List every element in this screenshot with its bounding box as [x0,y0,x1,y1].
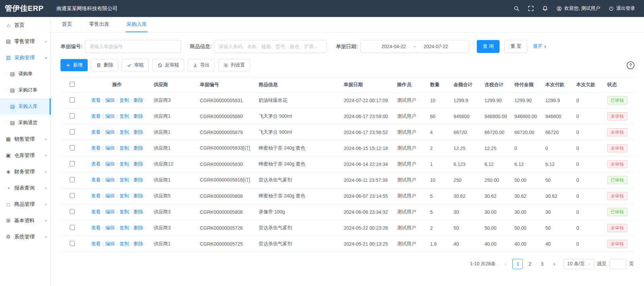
bell-icon[interactable] [542,5,548,12]
row-action-删除[interactable]: 删除 [134,161,143,167]
row-action-查看[interactable]: 查看 [91,193,101,198]
row-action-查看[interactable]: 查看 [91,225,101,230]
sidebar-item-商品管理[interactable]: □商品管理∨ [0,196,51,212]
row-action-编辑[interactable]: 编辑 [105,177,115,183]
row-checkbox[interactable] [70,161,75,166]
expand-link[interactable]: 展开 ∨ [533,43,546,50]
row-action-复制[interactable]: 复制 [119,209,129,214]
row-action-删除[interactable]: 删除 [134,177,143,183]
date-range-picker[interactable]: 2024-04-22 ~ 2024-07-22 [361,40,469,53]
row-action-删除[interactable]: 删除 [134,97,143,103]
logout-button[interactable]: 退出登录 [608,5,635,12]
help-icon[interactable]: ? [627,61,634,69]
export-button[interactable]: 导出 [188,59,215,71]
date-end-value[interactable]: 2024-07-22 [424,44,448,49]
row-checkbox[interactable] [70,97,75,102]
row-action-删除[interactable]: 删除 [134,225,143,230]
row-checkbox[interactable] [70,193,75,198]
sidebar-item-销售管理[interactable]: ▦销售管理∨ [0,131,51,147]
row-action-删除[interactable]: 删除 [134,241,143,246]
row-action-编辑[interactable]: 编辑 [105,209,115,214]
cell-tax_amount: 40.00 [481,236,511,252]
row-action-删除[interactable]: 删除 [134,113,143,119]
row-action-删除[interactable]: 删除 [134,193,143,198]
page-button-3[interactable]: 3 [537,259,547,269]
tab-采购入库[interactable]: 采购入库 [126,17,147,32]
row-action-复制[interactable]: 复制 [119,113,129,119]
row-action-编辑[interactable]: 编辑 [105,97,115,103]
sidebar-item-零售管理[interactable]: ▤零售管理∨ [0,33,51,50]
row-action-复制[interactable]: 复制 [119,193,129,198]
row-action-编辑[interactable]: 编辑 [105,145,115,151]
goods-input[interactable] [214,40,327,53]
row-checkbox[interactable] [70,129,75,134]
sidebar-item-系统管理[interactable]: ⚙系统管理∨ [0,229,51,245]
column-header-数量: 数量 [427,77,450,93]
audit-button[interactable]: 审核 [122,59,149,71]
page-button-2[interactable]: 2 [525,259,535,269]
row-action-编辑[interactable]: 编辑 [105,241,115,246]
select-all-checkbox[interactable] [70,82,75,87]
row-checkbox[interactable] [70,225,75,230]
sidebar-subitem-采购订单[interactable]: ▤采购订单 [0,82,51,98]
row-checkbox[interactable] [70,177,75,182]
row-checkbox[interactable] [70,113,75,118]
row-checkbox[interactable] [70,241,75,246]
date-start-value[interactable]: 2024-04-22 [382,44,406,49]
row-action-编辑[interactable]: 编辑 [105,193,115,198]
row-action-复制[interactable]: 复制 [119,177,129,183]
delete-button[interactable]: 删除 [91,59,118,71]
bill-no-input[interactable] [85,40,181,53]
row-action-复制[interactable]: 复制 [119,241,129,246]
row-action-查看[interactable]: 查看 [91,145,101,151]
column-settings-button[interactable]: 列设置 [218,59,250,71]
row-action-编辑[interactable]: 编辑 [105,129,115,135]
row-checkbox[interactable] [70,209,75,214]
row-action-复制[interactable]: 复制 [119,225,129,230]
sidebar-item-采购管理[interactable]: ▥采购管理∧ [0,50,51,66]
action-separator: | [117,161,118,167]
sidebar-item-报表查询[interactable]: ◔报表查询∨ [0,180,51,196]
tab-首页[interactable]: 首页 [61,17,73,32]
row-action-查看[interactable]: 查看 [91,177,101,183]
sidebar-item-首页[interactable]: ⌂首页 [0,17,51,33]
row-checkbox[interactable] [70,145,75,150]
sidebar-subitem-采购退货[interactable]: ▤采购退货 [0,115,51,131]
row-action-删除[interactable]: 删除 [134,209,143,214]
row-action-查看[interactable]: 查看 [91,241,101,246]
finance-icon: ◈ [5,169,11,175]
row-action-编辑[interactable]: 编辑 [105,161,115,167]
tab-零售出库[interactable]: 零售出库 [88,17,110,32]
unaudit-button[interactable]: 反审核 [152,59,184,71]
sidebar-subitem-采购入库[interactable]: ▤采购入库 [0,98,51,115]
row-action-查看[interactable]: 查看 [91,97,101,103]
sidebar-item-基本资料[interactable]: ⊞基本资料∨ [0,212,51,229]
sidebar-item-仓库管理[interactable]: ▣仓库管理∨ [0,147,51,164]
row-action-查看[interactable]: 查看 [91,161,101,167]
row-action-删除[interactable]: 删除 [134,145,143,151]
row-action-复制[interactable]: 复制 [119,161,129,167]
cell-supplier: 供应商1 [150,140,196,156]
row-action-查看[interactable]: 查看 [91,113,101,119]
row-action-复制[interactable]: 复制 [119,129,129,135]
row-action-复制[interactable]: 复制 [119,97,129,103]
row-action-编辑[interactable]: 编辑 [105,225,115,230]
row-action-查看[interactable]: 查看 [91,129,101,135]
welcome-user[interactable]: 欢迎您, 测试用户 [556,5,600,12]
fullscreen-icon[interactable] [528,5,534,12]
sidebar-subitem-请购单[interactable]: ▤请购单 [0,66,51,82]
prev-page-button[interactable]: ‹ [501,259,510,269]
search-icon[interactable] [514,5,520,12]
row-action-复制[interactable]: 复制 [119,145,129,151]
row-action-删除[interactable]: 删除 [134,129,143,135]
sidebar-item-财务管理[interactable]: ◈财务管理∨ [0,164,51,180]
add-button[interactable]: 新增 [60,59,88,71]
row-action-查看[interactable]: 查看 [91,209,101,214]
next-page-button[interactable]: › [550,259,559,269]
page-button-1[interactable]: 1 [512,259,523,269]
search-button[interactable]: 查 询 [477,40,500,53]
row-action-编辑[interactable]: 编辑 [105,113,115,119]
jump-input[interactable] [609,259,626,269]
reset-button[interactable]: 重 置 [504,40,527,53]
page-size-select[interactable]: 10 条/页 ∨ [563,259,594,269]
